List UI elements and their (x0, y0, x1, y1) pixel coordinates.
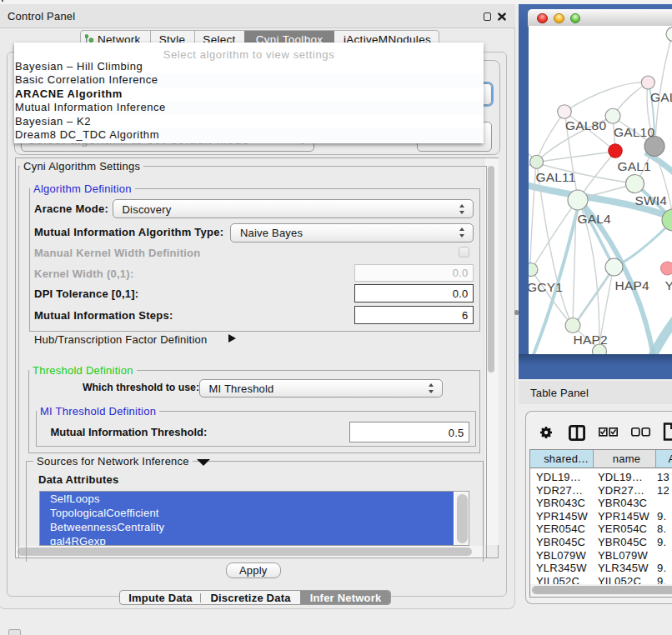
svg-text:GAL1: GAL1 (618, 159, 651, 173)
svg-text:GAL11: GAL11 (536, 170, 576, 184)
svg-text:GAL4: GAL4 (578, 212, 612, 226)
svg-text:GAL7: GAL7 (650, 90, 672, 104)
svg-text:GAL10: GAL10 (614, 125, 654, 139)
svg-text:GCY1: GCY1 (529, 280, 563, 294)
svg-text:Y: Y (665, 278, 672, 292)
svg-text:GAL80: GAL80 (565, 118, 606, 132)
svg-text:SWI4: SWI4 (635, 193, 668, 208)
svg-text:HAP2: HAP2 (574, 332, 608, 347)
svg-text:HAP4: HAP4 (615, 278, 649, 292)
